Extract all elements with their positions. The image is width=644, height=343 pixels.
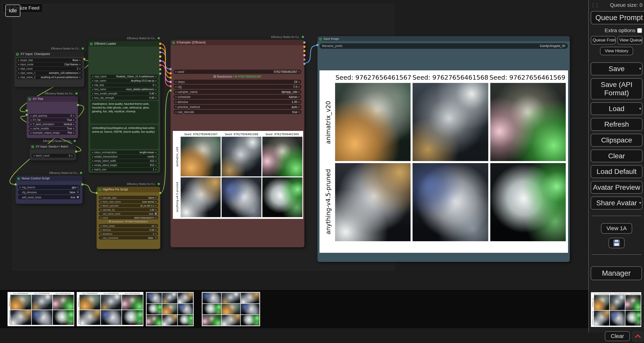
collapse-toggle-icon[interactable] xyxy=(17,177,20,180)
drag-handle-icon[interactable]: ⋮⋮ xyxy=(591,2,599,8)
widget-ckpt_name[interactable]: ◀ckpt_nameRealistic_Vision_V1.4.safetens… xyxy=(90,75,158,78)
dropdown-caret-icon[interactable]: ▼ xyxy=(638,107,642,111)
widget-empty_latent_width[interactable]: ◀empty_latent_width512▶ xyxy=(90,159,158,163)
widget-hires_ckpt_name[interactable]: ◀hires_ckpt_name(use same)▶ xyxy=(99,200,158,203)
decrement-arrow-icon[interactable]: ◀ xyxy=(92,84,94,86)
increment-arrow-icon[interactable]: ▶ xyxy=(72,127,75,130)
widget-rng_source[interactable]: ◀rng_sourcegpu▶ xyxy=(18,185,80,189)
view-history-button[interactable]: View History xyxy=(600,47,633,55)
widget-lora_clip_strength[interactable]: ◀lora_clip_strength0.40▶ xyxy=(90,96,158,100)
decrement-arrow-icon[interactable]: ◀ xyxy=(175,86,178,88)
decrement-arrow-icon[interactable]: ◀ xyxy=(92,88,94,90)
sidebar-refresh-button[interactable]: Refresh xyxy=(591,118,642,131)
widget-use_controlnet[interactable]: use_controlnetfalse xyxy=(99,236,158,239)
connection-slot[interactable] xyxy=(25,114,28,116)
widget-seed[interactable]: ◀seed97627656461567▶ xyxy=(174,70,301,74)
connection-slot[interactable] xyxy=(159,192,162,194)
feed-thumbnail-grid[interactable] xyxy=(146,292,194,326)
feed-thumbnail-grid[interactable] xyxy=(202,292,260,326)
toggle-dot-icon[interactable] xyxy=(77,196,79,198)
widget-ckpt_name_2[interactable]: ◀ckpt_name_2anything-v4.5-pruned.safeten… xyxy=(16,75,82,79)
decrement-arrow-icon[interactable]: ◀ xyxy=(30,115,33,117)
manager-button[interactable]: Manager xyxy=(591,266,642,280)
sidebar-load-default-button[interactable]: Load Default xyxy=(591,165,642,178)
increment-arrow-icon[interactable]: ▶ xyxy=(154,160,157,162)
increment-arrow-icon[interactable]: ▶ xyxy=(78,59,81,61)
increment-arrow-icon[interactable]: ▶ xyxy=(78,76,81,78)
increment-arrow-icon[interactable]: ▶ xyxy=(72,115,75,117)
decrement-arrow-icon[interactable]: ◀ xyxy=(19,186,22,188)
collapse-toggle-icon[interactable] xyxy=(319,38,322,40)
increment-arrow-icon[interactable]: ▶ xyxy=(297,71,300,73)
collapse-toggle-icon[interactable] xyxy=(28,98,31,101)
widget-preview_method[interactable]: ◀preview_methodauto▶ xyxy=(174,105,301,109)
connection-slot[interactable] xyxy=(159,51,162,54)
dropdown-caret-icon[interactable]: ▼ xyxy=(638,67,642,71)
connection-slot[interactable] xyxy=(14,183,17,186)
node-title[interactable]: Save Image xyxy=(317,36,570,41)
connection-slot[interactable] xyxy=(159,68,162,71)
feed-thumbnail-plot[interactable]: Seed: 97627656461567Seed: 97627656461568… xyxy=(77,292,143,326)
widget-empty_latent_height[interactable]: ◀empty_latent_height512▶ xyxy=(90,163,158,167)
node-title[interactable]: XY Plot xyxy=(27,96,78,102)
increment-arrow-icon[interactable]: ▶ xyxy=(72,119,75,121)
decrement-arrow-icon[interactable]: ◀ xyxy=(92,156,94,158)
widget-cfg[interactable]: ◀cfg7.0▶ xyxy=(174,85,301,89)
toggle-dot-icon[interactable] xyxy=(155,213,157,215)
widget-cfg_denoiser[interactable]: cfg_denoiserfalse xyxy=(18,190,80,194)
increment-arrow-icon[interactable]: ▶ xyxy=(154,156,157,158)
increment-arrow-icon[interactable]: ▶ xyxy=(78,68,81,70)
widget-ckpt_count[interactable]: ◀ckpt_count2▶ xyxy=(16,67,82,71)
node-efficient-loader[interactable]: Efficiency Nodes for Co... Efficient Loa… xyxy=(88,41,160,173)
decrement-arrow-icon[interactable]: ◀ xyxy=(100,229,103,231)
connection-slot[interactable] xyxy=(316,44,319,46)
widget-denoise[interactable]: ◀denoise1.00▶ xyxy=(174,100,301,104)
queue-prompt-button[interactable]: Queue Prompt xyxy=(591,11,644,24)
increment-arrow-icon[interactable]: ▶ xyxy=(154,164,157,166)
node-title[interactable]: Efficient Loader xyxy=(88,41,160,46)
decrement-arrow-icon[interactable]: ◀ xyxy=(18,59,20,61)
increment-arrow-icon[interactable]: ▶ xyxy=(76,186,79,188)
feed-clear-button[interactable]: Clear xyxy=(605,331,630,341)
node-xy-input-seeds-batch[interactable]: Efficiency Nodes for Co... XY Input: See… xyxy=(30,144,76,160)
node-xy-input-checkpoint[interactable]: Efficiency Nodes for Co... XY Input: Che… xyxy=(14,51,84,87)
node-title[interactable]: Noise Control Script xyxy=(16,176,83,181)
node-title[interactable]: XY Input: Seeds++ Batch xyxy=(30,144,76,149)
widget-grid_spacing[interactable]: ◀grid_spacing5▶ xyxy=(29,114,76,118)
connection-slot[interactable] xyxy=(169,81,172,83)
decrement-arrow-icon[interactable]: ◀ xyxy=(100,217,103,219)
increment-arrow-icon[interactable]: ▶ xyxy=(154,168,157,171)
increment-arrow-icon[interactable]: ▶ xyxy=(154,80,157,82)
decrement-arrow-icon[interactable]: ◀ xyxy=(18,68,20,70)
sidebar-result-thumbnail[interactable]: Seed: 97627656461567Seed: 97627656461568… xyxy=(591,292,641,327)
decrement-arrow-icon[interactable]: ◀ xyxy=(92,164,94,166)
widget-iterations[interactable]: ◀iterations1▶ xyxy=(99,232,158,235)
decrement-arrow-icon[interactable]: ◀ xyxy=(92,75,94,78)
node-xy-plot[interactable]: Efficiency Nodes for Co... XY Plot ◀grid… xyxy=(27,96,78,138)
connection-slot[interactable] xyxy=(169,89,172,92)
widget-cache_models[interactable]: ◀cache_modelsTrue▶ xyxy=(29,127,76,130)
sidebar-load-button[interactable]: Load▼ xyxy=(591,102,642,115)
increment-arrow-icon[interactable]: ▶ xyxy=(154,209,157,211)
connection-slot[interactable] xyxy=(75,150,77,153)
connection-slot[interactable] xyxy=(303,41,306,44)
widget-hires_steps[interactable]: ◀hires_steps12▶ xyxy=(99,224,158,227)
increment-arrow-icon[interactable]: ▶ xyxy=(72,123,75,125)
connection-slot[interactable] xyxy=(77,104,79,106)
widget-add_seed_noise[interactable]: add_seed_noisetrue xyxy=(18,195,80,199)
decrement-arrow-icon[interactable]: ◀ xyxy=(100,197,103,199)
node-highres-fix-script[interactable]: Efficiency Nodes for Co... HighRes-Fix S… xyxy=(97,187,160,249)
increment-arrow-icon[interactable]: ▶ xyxy=(297,111,300,113)
decrement-arrow-icon[interactable]: ◀ xyxy=(18,72,20,74)
node-title[interactable]: XY Input: Checkpoint xyxy=(14,51,84,57)
widget-denoise[interactable]: ◀denoise0.56▶ xyxy=(99,228,158,231)
seed-control-row[interactable]: ⚄ Randomize / ♻ 97627656461567 xyxy=(174,75,301,79)
widget-clip_skip[interactable]: ◀clip_skip-2▶ xyxy=(90,83,158,87)
widget-token_normalization[interactable]: ◀token_normalizationlength+mean▶ xyxy=(90,151,158,154)
node-noise-control-script[interactable]: Efficiency Nodes for Co... Noise Control… xyxy=(16,176,83,204)
collapse-toggle-icon[interactable] xyxy=(16,53,19,56)
decrement-arrow-icon[interactable]: ◀ xyxy=(30,132,33,134)
decrement-arrow-icon[interactable]: ◀ xyxy=(30,127,33,130)
increment-arrow-icon[interactable]: ▶ xyxy=(154,75,157,78)
widget-scheduler[interactable]: ◀schedulerkarras▶ xyxy=(174,95,301,99)
